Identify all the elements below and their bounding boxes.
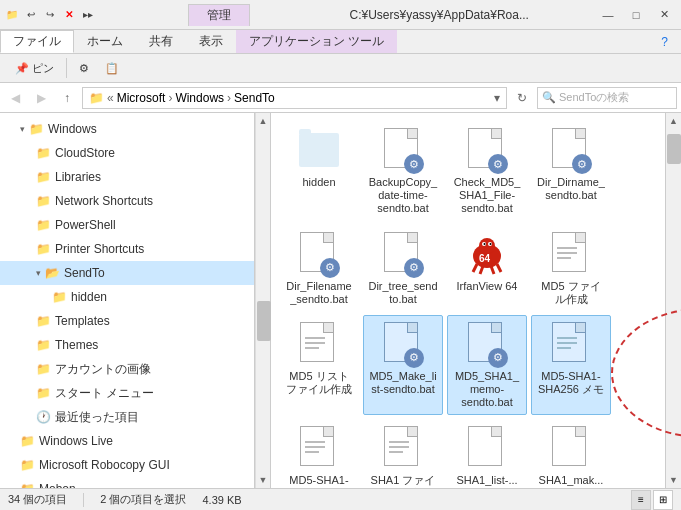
content-scroll-down[interactable]: ▼ [666, 472, 681, 488]
search-box[interactable]: 🔍 SendToの検索 [537, 87, 677, 109]
svg-text:64: 64 [479, 253, 491, 264]
minimize-button[interactable]: — [595, 5, 621, 25]
file-item-sha1mak[interactable]: SHA1_mak... [531, 419, 611, 489]
sidebar-item-hidden[interactable]: 📁 hidden [0, 285, 254, 309]
file-label-md5list: MD5 リストファイル作成 [284, 370, 354, 396]
sidebar-item-powershell[interactable]: 📁 PowerShell [0, 213, 254, 237]
file-item-irfanview[interactable]: 64 IrfanView 64 [447, 225, 527, 311]
address-path[interactable]: 📁 « Microsoft › Windows › SendTo ▾ [82, 87, 507, 109]
folder-icon-cloudstore: 📁 [36, 146, 51, 160]
sidebar-label-themes: Themes [55, 338, 98, 352]
sidebar-label-sendto: SendTo [64, 266, 105, 280]
refresh-button[interactable]: ↻ [511, 87, 533, 109]
list-view-button[interactable]: ≡ [631, 490, 651, 510]
sidebar-item-windows[interactable]: ▾ 📁 Windows [0, 117, 254, 141]
file-item-sha1file[interactable]: SHA1 ファイル作成 [363, 419, 443, 489]
up-button[interactable]: ↑ [56, 87, 78, 109]
file-item-sha1list[interactable]: SHA1_list-... [447, 419, 527, 489]
search-placeholder: SendToの検索 [559, 90, 629, 105]
file-label-dirfilename: Dir_Filename_sendto.bat [284, 280, 354, 306]
file-item-dirtree[interactable]: ⚙ Dir_tree_sendto.bat [363, 225, 443, 311]
redo-icon[interactable]: ↪ [42, 7, 58, 23]
maximize-button[interactable]: □ [623, 5, 649, 25]
tab-app-tools[interactable]: アプリケーション ツール [236, 30, 397, 53]
sidebar-item-templates[interactable]: 📁 Templates [0, 309, 254, 333]
undo-icon[interactable]: ↩ [23, 7, 39, 23]
sidebar-item-account-images[interactable]: 📁 アカウントの画像 [0, 357, 254, 381]
content-scroll-up[interactable]: ▲ [666, 113, 681, 129]
manage-tab-label: 管理 [188, 4, 250, 26]
ribbon: ファイル ホーム 共有 表示 アプリケーション ツール ? 📌 ピン ⚙ 📋 [0, 30, 681, 83]
tab-file[interactable]: ファイル [0, 30, 74, 53]
content-scrollbar[interactable]: ▲ ▼ [665, 113, 681, 488]
more-icon[interactable]: ▸▸ [80, 7, 96, 23]
breadcrumb-microsoft[interactable]: Microsoft [117, 91, 166, 105]
sidebar-item-windows-live[interactable]: 📁 Windows Live [0, 429, 254, 453]
ribbon-btn-3[interactable]: 📋 [98, 59, 126, 78]
sidebar-item-start-menu[interactable]: 📁 スタート メニュー [0, 381, 254, 405]
file-item-backupcopy[interactable]: ⚙ BackupCopy_date-time-sendto.bat [363, 121, 443, 221]
file-item-checkmd5[interactable]: ⚙ Check_MD5_SHA1_File-sendto.bat [447, 121, 527, 221]
svg-line-7 [473, 264, 477, 272]
forward-button[interactable]: ▶ [30, 87, 52, 109]
breadcrumb-sendto[interactable]: SendTo [234, 91, 275, 105]
file-label-sha256memo: MD5-SHA1-SHA256 メモ [536, 370, 606, 396]
ribbon-separator [66, 58, 67, 78]
file-icon-sha256memo [547, 320, 595, 368]
breadcrumb-sep-2: › [168, 91, 172, 105]
sidebar-item-recent[interactable]: 🕐 最近使った項目 [0, 405, 254, 429]
ribbon-content: 📌 ピン ⚙ 📋 [0, 54, 681, 82]
file-item-dirfilename[interactable]: ⚙ Dir_Filename_sendto.bat [279, 225, 359, 311]
breadcrumb-windows[interactable]: Windows [175, 91, 224, 105]
sidebar-item-sendto[interactable]: ▾ 📂 SendTo [0, 261, 254, 285]
ribbon-tabs: ファイル ホーム 共有 表示 アプリケーション ツール ? [0, 30, 681, 54]
scroll-thumb[interactable] [257, 301, 271, 341]
file-label-md5sha1memo: MD5_SHA1_memo-sendto.bat [452, 370, 522, 410]
folder-icon-sendto: 📂 [45, 266, 60, 280]
sidebar-item-printer-shortcuts[interactable]: 📁 Printer Shortcuts [0, 237, 254, 261]
sidebar-item-libraries[interactable]: 📁 Libraries [0, 165, 254, 189]
expand-icon: ▾ [20, 124, 25, 134]
content-scroll-thumb[interactable] [667, 134, 681, 164]
file-icon-dirfilename: ⚙ [295, 230, 343, 278]
delete-icon[interactable]: ✕ [61, 7, 77, 23]
ribbon-btn-1[interactable]: 📌 ピン [8, 58, 61, 79]
dropdown-arrow-icon[interactable]: ▾ [494, 91, 500, 105]
file-item-md5make[interactable]: ⚙ MD5_Make_list-sendto.bat [363, 315, 443, 415]
file-item-md5sha1memo[interactable]: ⚙ MD5_SHA1_memo-sendto.bat [447, 315, 527, 415]
file-item-md5list[interactable]: MD5 リストファイル作成 [279, 315, 359, 415]
folder-icon-themes: 📁 [36, 338, 51, 352]
file-icon-hidden [295, 126, 343, 174]
sidebar-item-themes[interactable]: 📁 Themes [0, 333, 254, 357]
file-item-dirdirname[interactable]: ⚙ Dir_Dirname_sendto.bat [531, 121, 611, 221]
tab-share[interactable]: 共有 [136, 30, 186, 53]
file-item-hidden[interactable]: hidden [279, 121, 359, 221]
file-icon-sha1mak [547, 424, 595, 472]
file-label-hidden: hidden [302, 176, 335, 189]
help-button[interactable]: ? [648, 30, 681, 53]
sidebar-item-robocopy[interactable]: 📁 Microsoft Robocopy GUI [0, 453, 254, 477]
grid-view-button[interactable]: ⊞ [653, 490, 673, 510]
sidebar-item-network-shortcuts[interactable]: 📁 Network Shortcuts [0, 189, 254, 213]
svg-point-1 [479, 238, 495, 254]
tab-view[interactable]: 表示 [186, 30, 236, 53]
sidebar-item-cloudstore[interactable]: 📁 CloudStore [0, 141, 254, 165]
sidebar-label-windows: Windows [48, 122, 97, 136]
scroll-down-arrow[interactable]: ▼ [256, 472, 270, 488]
file-item-sha256check[interactable]: MD5-SHA1-SHA256 照合 [279, 419, 359, 489]
sidebar-item-mobon[interactable]: 📁 Mobon [0, 477, 254, 488]
folder-icon-powershell: 📁 [36, 218, 51, 232]
file-item-md5file[interactable]: MD5 ファイル作成 [531, 225, 611, 311]
file-item-sha256memo[interactable]: MD5-SHA1-SHA256 メモ [531, 315, 611, 415]
back-button[interactable]: ◀ [4, 87, 26, 109]
sidebar-scrollbar[interactable]: ▲ ▼ [255, 113, 271, 488]
tab-home[interactable]: ホーム [74, 30, 136, 53]
scroll-up-arrow[interactable]: ▲ [256, 113, 270, 129]
file-label-dirdirname: Dir_Dirname_sendto.bat [536, 176, 606, 202]
folder-icon-windows: 📁 [29, 122, 44, 136]
svg-line-9 [491, 266, 494, 274]
content-area: hidden ⚙ BackupCopy_date-time-sendto.bat [271, 113, 681, 488]
file-icon-md5list [295, 320, 343, 368]
close-button[interactable]: ✕ [651, 5, 677, 25]
ribbon-btn-2[interactable]: ⚙ [72, 59, 96, 78]
